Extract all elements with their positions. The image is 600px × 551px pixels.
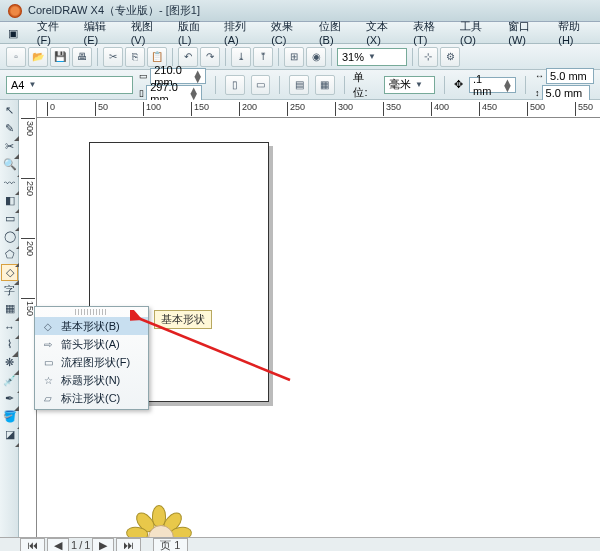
chevron-down-icon: ▼: [415, 80, 423, 89]
eyedropper-tool[interactable]: 💉: [1, 372, 18, 389]
menu-text[interactable]: 文本(X): [366, 19, 399, 46]
options-button[interactable]: ⚙: [440, 47, 460, 67]
nav-last[interactable]: ⏭: [116, 538, 141, 551]
paper-height-input[interactable]: 297.0 mm▲▼: [146, 85, 202, 101]
menu-table[interactable]: 表格(T): [413, 19, 446, 46]
menu-bitmap[interactable]: 位图(B): [319, 19, 352, 46]
tooltip: 基本形状: [154, 310, 212, 329]
control-box-icon[interactable]: ▣: [8, 27, 19, 39]
shapes-flyout: ◇ 基本形状(B) ⇨ 箭头形状(A) ▭ 流程图形状(F) ☆ 标题形状(N)…: [34, 306, 149, 410]
redo-button[interactable]: ↷: [200, 47, 220, 67]
nudge-input[interactable]: .1 mm▲▼: [469, 77, 516, 93]
menu-window[interactable]: 窗口(W): [508, 19, 544, 46]
import-button[interactable]: ⤓: [231, 47, 251, 67]
app-launcher-button[interactable]: ⊞: [284, 47, 304, 67]
banner-shape-icon: ☆: [41, 373, 55, 387]
page-layout2-button[interactable]: ▦: [315, 75, 335, 95]
menu-arrange[interactable]: 排列(A): [224, 19, 257, 46]
height-icon: ▯: [139, 88, 144, 98]
zoom-tool[interactable]: 🔍: [1, 156, 18, 173]
zoom-dropdown[interactable]: 31% ▼: [337, 48, 407, 66]
page-layout-button[interactable]: ▤: [289, 75, 309, 95]
cut-button[interactable]: ✂: [103, 47, 123, 67]
snap-button[interactable]: ⊹: [418, 47, 438, 67]
dup-x-icon: ↔: [535, 71, 544, 81]
new-button[interactable]: ▫: [6, 47, 26, 67]
standard-toolbar: ▫ 📂 💾 🖶 ✂ ⎘ 📋 ↶ ↷ ⤓ ⤒ ⊞ ◉ 31% ▼ ⊹ ⚙: [0, 44, 600, 70]
page-tab[interactable]: 页 1: [153, 538, 187, 551]
flyout-banner-shapes[interactable]: ☆ 标题形状(N): [35, 371, 148, 389]
paper-name: A4: [11, 79, 24, 91]
chevron-down-icon: ▼: [368, 52, 376, 61]
menu-effects[interactable]: 效果(C): [271, 19, 305, 46]
open-button[interactable]: 📂: [28, 47, 48, 67]
nav-first[interactable]: ⏮: [20, 538, 45, 551]
portrait-button[interactable]: ▯: [225, 75, 245, 95]
toolbox: ↖ ✎ ✂ 🔍 〰 ◧ ▭ ◯ ⬠ ◇ 字 ▦ ↔ ⌇ ❋ 💉 ✒ 🪣 ◪: [0, 100, 19, 537]
dup-y-icon: ↕: [535, 88, 540, 98]
welcome-button[interactable]: ◉: [306, 47, 326, 67]
menu-file[interactable]: 文件(F): [37, 19, 70, 46]
copy-button[interactable]: ⎘: [125, 47, 145, 67]
save-button[interactable]: 💾: [50, 47, 70, 67]
menu-edit[interactable]: 编辑(E): [84, 19, 117, 46]
window-title: CorelDRAW X4（专业版）- [图形1]: [28, 3, 200, 18]
fill-tool[interactable]: 🪣: [1, 408, 18, 425]
dup-x-input[interactable]: 5.0 mm: [546, 68, 594, 84]
print-button[interactable]: 🖶: [72, 47, 92, 67]
menu-tools[interactable]: 工具(O): [460, 19, 494, 46]
pick-tool[interactable]: ↖: [1, 102, 18, 119]
export-button[interactable]: ⤒: [253, 47, 273, 67]
paper-size-dropdown[interactable]: A4 ▼: [6, 76, 133, 94]
menu-view[interactable]: 视图(V): [131, 19, 164, 46]
width-icon: ▭: [139, 71, 148, 81]
menu-layout[interactable]: 版面(L): [178, 19, 210, 46]
flyout-callout-shapes[interactable]: ▱ 标注形状(C): [35, 389, 148, 407]
menu-help[interactable]: 帮助(H): [558, 19, 592, 46]
dup-y-input[interactable]: 5.0 mm: [542, 85, 590, 101]
nudge-icon: ✥: [454, 78, 463, 91]
shape-tool[interactable]: ✎: [1, 120, 18, 137]
ruler-horizontal: 0 50 100 150 200 250 300 350 400 450 500…: [37, 100, 600, 118]
arrow-shape-icon: ⇨: [41, 337, 55, 351]
ellipse-tool[interactable]: ◯: [1, 228, 18, 245]
callout-shape-icon: ▱: [41, 391, 55, 405]
flyout-grip[interactable]: [75, 309, 108, 315]
table-tool[interactable]: ▦: [1, 300, 18, 317]
outline-tool[interactable]: ✒: [1, 390, 18, 407]
connector-tool[interactable]: ⌇: [1, 336, 18, 353]
unit-label: 单位:: [353, 70, 377, 100]
interactive-fill-tool[interactable]: ◪: [1, 426, 18, 443]
property-bar: A4 ▼ ▭ 210.0 mm▲▼ ▯ 297.0 mm▲▼ ▯ ▭ ▤ ▦ 单…: [0, 70, 600, 100]
freehand-tool[interactable]: 〰: [1, 174, 18, 191]
app-icon: [8, 4, 22, 18]
flyout-flowchart-shapes[interactable]: ▭ 流程图形状(F): [35, 353, 148, 371]
landscape-button[interactable]: ▭: [251, 75, 271, 95]
flyout-arrow-shapes[interactable]: ⇨ 箭头形状(A): [35, 335, 148, 353]
zoom-value: 31%: [342, 51, 364, 63]
basic-shape-icon: ◇: [41, 319, 55, 333]
chevron-down-icon: ▼: [28, 80, 36, 89]
nav-prev[interactable]: ◀: [47, 538, 69, 551]
page-navigator: ⏮ ◀ 1 / 1 ▶ ⏭ 页 1: [0, 537, 600, 551]
flyout-basic-shapes[interactable]: ◇ 基本形状(B): [35, 317, 148, 335]
menu-bar: ▣ 文件(F) 编辑(E) 视图(V) 版面(L) 排列(A) 效果(C) 位图…: [0, 22, 600, 44]
smart-fill-tool[interactable]: ◧: [1, 192, 18, 209]
unit-dropdown[interactable]: 毫米 ▼: [384, 76, 435, 94]
nav-next[interactable]: ▶: [92, 538, 114, 551]
flowchart-shape-icon: ▭: [41, 355, 55, 369]
